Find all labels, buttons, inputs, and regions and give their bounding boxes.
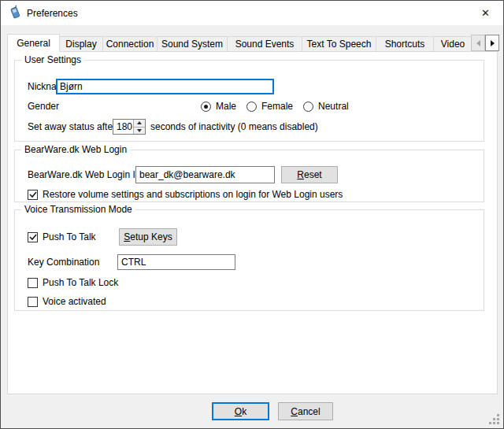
gender-female-radio[interactable]: Female <box>246 101 293 112</box>
checkbox-icon <box>28 190 38 200</box>
button-label: Cancel <box>291 406 320 417</box>
group-user-settings: User Settings Nickname Gender Male Femal… <box>14 60 484 142</box>
reset-button[interactable]: Reset <box>281 166 338 183</box>
button-label: Setup Keys <box>124 231 172 242</box>
checkbox-label: Voice activated <box>43 296 106 307</box>
tab-label: Sound Events <box>235 39 295 50</box>
tab-sound-events[interactable]: Sound Events <box>227 36 302 51</box>
push-to-talk-checkbox[interactable]: Push To Talk <box>28 231 96 243</box>
spin-down-button[interactable] <box>134 128 145 135</box>
away-status-suffix-label: seconds of inactivity (0 means disabled) <box>150 119 318 135</box>
key-combination-input[interactable] <box>117 254 235 270</box>
arrow-left-icon <box>476 40 480 46</box>
radio-icon <box>201 102 211 112</box>
ok-button[interactable]: Ok <box>212 402 269 420</box>
group-web-login: BearWare.dk Web Login BearWare.dk Web Lo… <box>14 150 484 202</box>
close-icon: ✕ <box>481 7 490 19</box>
setup-keys-button[interactable]: Setup Keys <box>119 228 177 246</box>
arrow-up-icon <box>137 121 142 124</box>
away-status-label: Set away status after <box>28 119 116 135</box>
tab-general[interactable]: General <box>7 34 60 52</box>
tab-connection[interactable]: Connection <box>102 36 158 51</box>
title-bar[interactable]: Preferences ✕ <box>1 1 503 25</box>
group-voice-transmission: Voice Transmission Mode Push To Talk Set… <box>14 209 484 311</box>
spin-up-button[interactable] <box>134 120 145 128</box>
tab-label: Sound System <box>161 39 223 50</box>
resize-grip[interactable] <box>489 414 500 425</box>
nickname-input[interactable] <box>56 79 274 94</box>
gender-label: Gender <box>28 100 59 113</box>
radio-icon <box>246 102 257 112</box>
button-label: Ok <box>235 406 246 417</box>
teamtalk-app-icon <box>8 6 22 20</box>
tab-sound-system[interactable]: Sound System <box>157 36 228 51</box>
close-button[interactable]: ✕ <box>468 1 503 25</box>
tab-label: Display <box>65 39 96 50</box>
tab-bar: General Display Connection Sound System … <box>7 34 472 52</box>
tab-shortcuts[interactable]: Shortcuts <box>376 36 434 51</box>
radio-label: Female <box>261 101 293 112</box>
away-seconds-input[interactable] <box>113 120 133 134</box>
tab-text-to-speech[interactable]: Text To Speech <box>302 36 376 51</box>
tab-page-general: User Settings Nickname Gender Male Femal… <box>7 51 498 394</box>
button-label: Reset <box>297 169 321 180</box>
away-seconds-spinner <box>113 119 146 135</box>
checkbox-icon <box>28 232 38 242</box>
push-to-talk-lock-checkbox[interactable]: Push To Talk Lock <box>28 276 118 289</box>
resize-grip-icon <box>489 414 491 416</box>
radio-icon <box>303 102 313 112</box>
tab-video[interactable]: Video <box>433 36 472 51</box>
gender-radio-group: Male Female Neutral <box>201 100 349 113</box>
restore-volume-checkbox[interactable]: Restore volume settings and subscription… <box>28 188 343 201</box>
checkbox-icon <box>28 297 38 307</box>
tab-display[interactable]: Display <box>59 36 103 51</box>
key-combination-label: Key Combination <box>28 254 99 270</box>
cancel-button[interactable]: Cancel <box>278 402 333 420</box>
radio-label: Male <box>216 101 236 112</box>
web-login-id-label: BearWare.dk Web Login ID <box>28 166 142 183</box>
tab-scroll-buttons <box>471 35 499 51</box>
tab-scroll-right-button[interactable] <box>485 35 499 51</box>
tab-label: Video <box>441 39 465 50</box>
tab-label: Text To Speech <box>307 39 372 50</box>
arrow-down-icon <box>137 129 142 132</box>
tab-scroll-left-button[interactable] <box>471 35 485 51</box>
checkbox-label: Push To Talk Lock <box>43 277 118 288</box>
checkbox-label: Push To Talk <box>43 231 96 242</box>
tab-label: Shortcuts <box>385 39 425 50</box>
checkbox-label: Restore volume settings and subscription… <box>43 189 343 200</box>
group-title: Voice Transmission Mode <box>21 204 135 215</box>
tab-label: General <box>17 38 50 49</box>
gender-male-radio[interactable]: Male <box>201 101 236 112</box>
gender-neutral-radio[interactable]: Neutral <box>303 101 349 112</box>
preferences-dialog: Preferences ✕ General Display Connection… <box>0 0 504 429</box>
group-title: BearWare.dk Web Login <box>21 144 130 155</box>
voice-activated-checkbox[interactable]: Voice activated <box>28 295 106 308</box>
radio-label: Neutral <box>318 101 349 112</box>
group-title: User Settings <box>21 54 84 65</box>
spinner-buttons <box>133 120 145 134</box>
checkbox-icon <box>28 278 38 288</box>
tab-label: Connection <box>106 39 154 50</box>
arrow-right-icon <box>491 40 495 46</box>
web-login-id-input[interactable] <box>135 166 275 183</box>
window-title: Preferences <box>27 1 78 25</box>
